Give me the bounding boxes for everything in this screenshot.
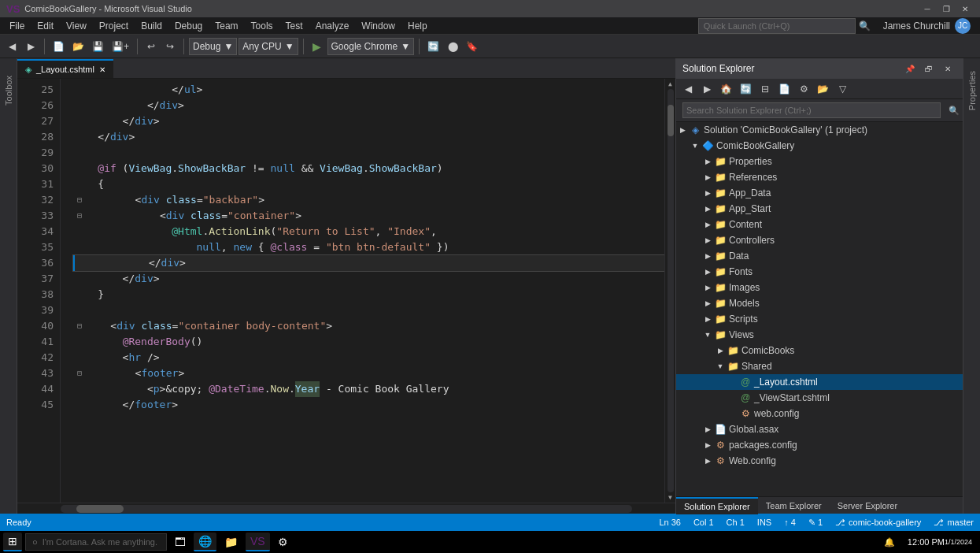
menu-help[interactable]: Help <box>401 19 434 33</box>
menu-file[interactable]: File <box>3 19 31 33</box>
cortana-search[interactable]: ○ I'm Cortana. Ask me anything. <box>25 533 167 551</box>
se-tab-solution-explorer[interactable]: Solution Explorer <box>676 497 758 514</box>
tree-global-asax[interactable]: ▶ 📄 Global.asax <box>676 421 963 437</box>
breakpoint-button[interactable]: ⬤ <box>444 38 461 55</box>
save-button[interactable]: 💾 <box>89 38 107 55</box>
menu-debug[interactable]: Debug <box>168 19 209 33</box>
new-project-button[interactable]: 📄 <box>50 38 68 55</box>
se-show-files-button[interactable]: 📄 <box>775 80 793 98</box>
tree-project[interactable]: ▼ 🔷 ComicBookGallery <box>676 138 963 154</box>
se-search-input[interactable] <box>682 102 941 118</box>
scroll-thumb[interactable] <box>668 105 674 136</box>
menu-tools[interactable]: Tools <box>245 19 279 33</box>
taskbar-ie[interactable]: 🌐 <box>194 533 216 551</box>
se-forward-button[interactable]: ▶ <box>698 80 716 98</box>
se-collapse-button[interactable]: ⊟ <box>756 80 774 98</box>
data-expand-icon[interactable]: ▶ <box>701 250 714 262</box>
tree-comicbooks[interactable]: ▶ 📁 ComicBooks <box>676 343 963 358</box>
tree-views[interactable]: ▼ 📁 Views <box>676 327 963 343</box>
h-scrollbar-thumb[interactable] <box>76 505 124 513</box>
code-lines[interactable]: </ul> </div> </div> </div> <box>61 79 664 503</box>
close-button[interactable]: ✕ <box>956 0 974 17</box>
menu-window[interactable]: Window <box>355 19 401 33</box>
tree-data[interactable]: ▶ 📁 Data <box>676 248 963 264</box>
taskbar-vs[interactable]: VS <box>246 533 270 551</box>
se-back-button[interactable]: ◀ <box>679 80 697 98</box>
tree-app-data[interactable]: ▶ 📁 App_Data <box>676 185 963 201</box>
tree-models[interactable]: ▶ 📁 Models <box>676 295 963 311</box>
packages-expand-icon[interactable]: ▶ <box>701 439 714 451</box>
se-refresh-button[interactable]: 🔄 <box>737 80 755 98</box>
tree-layout-cshtml[interactable]: @ _Layout.cshtml <box>676 374 963 390</box>
se-close-button[interactable]: ✕ <box>939 60 956 77</box>
tab-close-button[interactable]: ✕ <box>99 65 105 74</box>
menu-test[interactable]: Test <box>279 19 309 33</box>
browser-dropdown[interactable]: Google Chrome ▼ <box>327 38 415 55</box>
fold-indicator-33[interactable]: ⊟ <box>73 210 86 222</box>
toolbox-label[interactable]: Toolbox <box>2 69 15 112</box>
open-button[interactable]: 📂 <box>69 38 87 55</box>
fold-indicator-40[interactable]: ⊟ <box>73 320 86 332</box>
tree-viewstart-cshtml[interactable]: @ _ViewStart.cshtml <box>676 390 963 406</box>
refresh-button[interactable]: 🔄 <box>424 38 442 55</box>
tree-solution[interactable]: ▶ ◈ Solution 'ComicBookGallery' (1 proje… <box>676 122 963 138</box>
start-menu-button[interactable]: ⊞ <box>3 533 22 551</box>
images-expand-icon[interactable]: ▶ <box>701 281 714 294</box>
restore-button[interactable]: ❐ <box>937 0 955 17</box>
app-data-expand-icon[interactable]: ▶ <box>701 187 714 199</box>
views-expand-icon[interactable]: ▼ <box>701 328 714 341</box>
code-content[interactable]: 25 26 27 28 29 30 31 32 33 34 35 36 37 3… <box>17 79 675 503</box>
scroll-down-arrow[interactable]: ▼ <box>668 494 672 501</box>
taskbar-settings[interactable]: ⚙ <box>273 533 293 551</box>
solution-expand-icon[interactable]: ▶ <box>676 124 689 136</box>
menu-edit[interactable]: Edit <box>31 19 60 33</box>
webconfig-expand-icon[interactable]: ▶ <box>701 455 714 467</box>
tree-controllers[interactable]: ▶ 📁 Controllers <box>676 232 963 248</box>
minimize-button[interactable]: ─ <box>919 0 936 17</box>
se-tab-team-explorer[interactable]: Team Explorer <box>758 497 830 514</box>
properties-expand-icon[interactable]: ▶ <box>701 155 714 168</box>
bookmark-button[interactable]: 🔖 <box>463 38 481 55</box>
forward-button[interactable]: ▶ <box>22 38 39 55</box>
tree-content[interactable]: ▶ 📁 Content <box>676 217 963 232</box>
save-all-button[interactable]: 💾+ <box>109 38 132 55</box>
quick-launch-input[interactable] <box>698 18 856 34</box>
horizontal-scrollbar[interactable] <box>17 503 675 514</box>
properties-label[interactable]: Properties <box>966 65 978 117</box>
menu-build[interactable]: Build <box>135 19 168 33</box>
fold-indicator-32[interactable]: ⊟ <box>73 194 86 206</box>
fonts-expand-icon[interactable]: ▶ <box>701 265 714 278</box>
content-expand-icon[interactable]: ▶ <box>701 218 714 231</box>
fold-indicator-43[interactable]: ⊟ <box>73 367 86 380</box>
tree-properties[interactable]: ▶ 📁 Properties <box>676 154 963 169</box>
se-open-folder-button[interactable]: 📂 <box>814 80 832 98</box>
start-button[interactable]: ▶ <box>309 38 326 55</box>
menu-project[interactable]: Project <box>93 19 135 33</box>
back-button[interactable]: ◀ <box>3 38 20 55</box>
se-properties-button[interactable]: ⚙ <box>795 80 812 98</box>
se-filter-button[interactable]: ▽ <box>834 80 851 98</box>
tree-references[interactable]: ▶ 📁 References <box>676 169 963 185</box>
active-tab[interactable]: ◈ _Layout.cshtml ✕ <box>17 59 113 78</box>
models-expand-icon[interactable]: ▶ <box>701 297 714 310</box>
references-expand-icon[interactable]: ▶ <box>701 171 714 184</box>
undo-button[interactable]: ↩ <box>142 38 160 55</box>
notification-icon[interactable]: 🔔 <box>879 533 900 551</box>
redo-button[interactable]: ↪ <box>161 38 179 55</box>
tree-shared[interactable]: ▼ 📁 Shared <box>676 358 963 374</box>
menu-analyze[interactable]: Analyze <box>309 19 356 33</box>
project-expand-icon[interactable]: ▼ <box>689 139 701 152</box>
tree-fonts[interactable]: ▶ 📁 Fonts <box>676 264 963 280</box>
tree-packages-config[interactable]: ▶ ⚙ packages.config <box>676 437 963 453</box>
controllers-expand-icon[interactable]: ▶ <box>701 234 714 247</box>
tree-web-config[interactable]: ▶ ⚙ Web.config <box>676 453 963 469</box>
scripts-expand-icon[interactable]: ▶ <box>701 313 714 325</box>
task-view-button[interactable]: 🗔 <box>170 533 190 551</box>
vertical-scrollbar[interactable]: ▲ ▼ <box>664 79 675 503</box>
taskbar-explorer[interactable]: 📁 <box>220 533 242 551</box>
menu-team[interactable]: Team <box>209 19 244 33</box>
debug-config-dropdown[interactable]: Debug ▼ <box>189 38 237 55</box>
se-pin-button[interactable]: 📌 <box>901 60 919 77</box>
global-expand-icon[interactable]: ▶ <box>701 423 714 436</box>
se-float-button[interactable]: 🗗 <box>920 60 937 77</box>
